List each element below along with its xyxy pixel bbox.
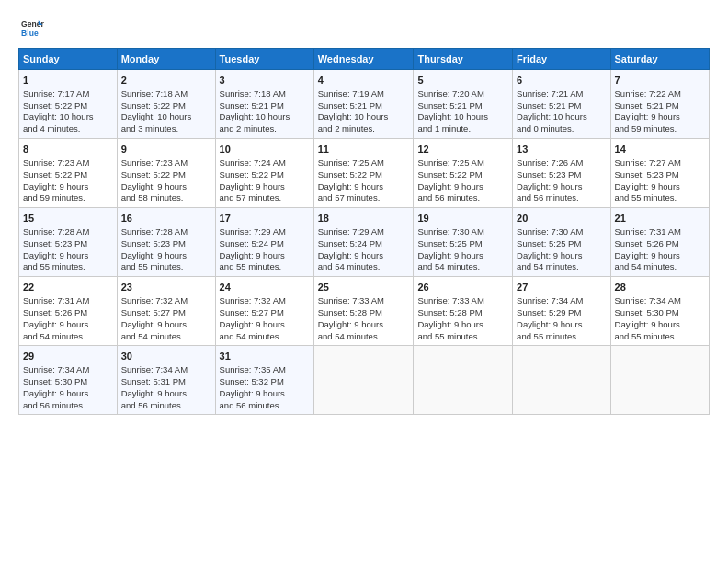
day-number: 20 <box>517 212 606 225</box>
day-number: 27 <box>517 281 606 294</box>
day-number: 9 <box>121 143 211 156</box>
day-number: 6 <box>517 74 606 87</box>
calendar-cell: 23Sunrise: 7:32 AMSunset: 5:27 PMDayligh… <box>117 277 215 346</box>
day-info: Sunrise: 7:25 AMSunset: 5:22 PMDaylight:… <box>318 157 410 204</box>
calendar-cell: 10Sunrise: 7:24 AMSunset: 5:22 PMDayligh… <box>215 139 313 208</box>
day-info: Sunrise: 7:29 AMSunset: 5:24 PMDaylight:… <box>220 226 310 273</box>
day-info: Sunrise: 7:30 AMSunset: 5:25 PMDaylight:… <box>517 226 606 273</box>
calendar-cell: 13Sunrise: 7:26 AMSunset: 5:23 PMDayligh… <box>513 139 610 208</box>
day-number: 2 <box>121 74 211 87</box>
calendar-cell: 7Sunrise: 7:22 AMSunset: 5:21 PMDaylight… <box>610 70 709 139</box>
day-number: 11 <box>318 143 410 156</box>
calendar-cell: 31Sunrise: 7:35 AMSunset: 5:32 PMDayligh… <box>215 346 313 415</box>
calendar-cell <box>513 346 610 415</box>
day-info: Sunrise: 7:33 AMSunset: 5:28 PMDaylight:… <box>417 295 508 342</box>
calendar-cell: 3Sunrise: 7:18 AMSunset: 5:21 PMDaylight… <box>215 70 313 139</box>
weekday-header: Wednesday <box>313 49 414 70</box>
calendar-cell: 8Sunrise: 7:23 AMSunset: 5:22 PMDaylight… <box>19 139 118 208</box>
day-number: 25 <box>318 281 410 294</box>
svg-text:Blue: Blue <box>21 29 39 38</box>
day-number: 18 <box>318 212 410 225</box>
day-info: Sunrise: 7:28 AMSunset: 5:23 PMDaylight:… <box>121 226 211 273</box>
day-info: Sunrise: 7:31 AMSunset: 5:26 PMDaylight:… <box>23 295 113 342</box>
day-number: 10 <box>220 143 310 156</box>
calendar-header: SundayMondayTuesdayWednesdayThursdayFrid… <box>19 49 710 70</box>
calendar-cell: 11Sunrise: 7:25 AMSunset: 5:22 PMDayligh… <box>313 139 414 208</box>
day-info: Sunrise: 7:28 AMSunset: 5:23 PMDaylight:… <box>23 226 113 273</box>
calendar-cell: 12Sunrise: 7:25 AMSunset: 5:22 PMDayligh… <box>414 139 513 208</box>
calendar-cell: 16Sunrise: 7:28 AMSunset: 5:23 PMDayligh… <box>117 208 215 277</box>
page-header: General Blue <box>18 15 710 40</box>
day-number: 22 <box>23 281 113 294</box>
calendar-cell: 6Sunrise: 7:21 AMSunset: 5:21 PMDaylight… <box>513 70 610 139</box>
day-info: Sunrise: 7:34 AMSunset: 5:30 PMDaylight:… <box>615 295 705 342</box>
day-number: 30 <box>121 350 211 363</box>
calendar-cell <box>313 346 414 415</box>
day-number: 31 <box>220 350 310 363</box>
day-number: 14 <box>615 143 705 156</box>
calendar-cell: 17Sunrise: 7:29 AMSunset: 5:24 PMDayligh… <box>215 208 313 277</box>
calendar-cell: 1Sunrise: 7:17 AMSunset: 5:22 PMDaylight… <box>19 70 118 139</box>
day-info: Sunrise: 7:31 AMSunset: 5:26 PMDaylight:… <box>615 226 705 273</box>
calendar-cell: 15Sunrise: 7:28 AMSunset: 5:23 PMDayligh… <box>19 208 118 277</box>
day-number: 5 <box>417 74 508 87</box>
day-info: Sunrise: 7:18 AMSunset: 5:22 PMDaylight:… <box>121 88 211 135</box>
day-number: 16 <box>121 212 211 225</box>
day-number: 28 <box>615 281 705 294</box>
day-number: 3 <box>220 74 310 87</box>
weekday-header: Monday <box>117 49 215 70</box>
day-info: Sunrise: 7:30 AMSunset: 5:25 PMDaylight:… <box>417 226 508 273</box>
calendar-cell: 18Sunrise: 7:29 AMSunset: 5:24 PMDayligh… <box>313 208 414 277</box>
day-info: Sunrise: 7:34 AMSunset: 5:30 PMDaylight:… <box>23 364 113 411</box>
weekday-header: Saturday <box>610 49 709 70</box>
calendar-cell: 26Sunrise: 7:33 AMSunset: 5:28 PMDayligh… <box>414 277 513 346</box>
calendar-cell: 20Sunrise: 7:30 AMSunset: 5:25 PMDayligh… <box>513 208 610 277</box>
day-number: 26 <box>417 281 508 294</box>
calendar-body: 1Sunrise: 7:17 AMSunset: 5:22 PMDaylight… <box>19 70 710 415</box>
calendar-cell <box>414 346 513 415</box>
day-number: 19 <box>417 212 508 225</box>
calendar-cell: 29Sunrise: 7:34 AMSunset: 5:30 PMDayligh… <box>19 346 118 415</box>
calendar-cell: 19Sunrise: 7:30 AMSunset: 5:25 PMDayligh… <box>414 208 513 277</box>
calendar-cell: 5Sunrise: 7:20 AMSunset: 5:21 PMDaylight… <box>414 70 513 139</box>
day-number: 8 <box>23 143 113 156</box>
day-number: 13 <box>517 143 606 156</box>
day-number: 15 <box>23 212 113 225</box>
day-info: Sunrise: 7:23 AMSunset: 5:22 PMDaylight:… <box>121 157 211 204</box>
day-info: Sunrise: 7:27 AMSunset: 5:23 PMDaylight:… <box>615 157 705 204</box>
weekday-header: Tuesday <box>215 49 313 70</box>
day-info: Sunrise: 7:23 AMSunset: 5:22 PMDaylight:… <box>23 157 113 204</box>
calendar-cell: 27Sunrise: 7:34 AMSunset: 5:29 PMDayligh… <box>513 277 610 346</box>
day-info: Sunrise: 7:32 AMSunset: 5:27 PMDaylight:… <box>220 295 310 342</box>
calendar-cell: 28Sunrise: 7:34 AMSunset: 5:30 PMDayligh… <box>610 277 709 346</box>
weekday-header: Sunday <box>19 49 118 70</box>
day-info: Sunrise: 7:34 AMSunset: 5:31 PMDaylight:… <box>121 364 211 411</box>
day-info: Sunrise: 7:26 AMSunset: 5:23 PMDaylight:… <box>517 157 606 204</box>
day-number: 23 <box>121 281 211 294</box>
day-info: Sunrise: 7:32 AMSunset: 5:27 PMDaylight:… <box>121 295 211 342</box>
day-number: 7 <box>615 74 705 87</box>
calendar-cell: 4Sunrise: 7:19 AMSunset: 5:21 PMDaylight… <box>313 70 414 139</box>
day-number: 21 <box>615 212 705 225</box>
day-info: Sunrise: 7:20 AMSunset: 5:21 PMDaylight:… <box>417 88 508 135</box>
weekday-header: Friday <box>513 49 610 70</box>
day-number: 24 <box>220 281 310 294</box>
day-info: Sunrise: 7:24 AMSunset: 5:22 PMDaylight:… <box>220 157 310 204</box>
day-info: Sunrise: 7:25 AMSunset: 5:22 PMDaylight:… <box>417 157 508 204</box>
day-info: Sunrise: 7:19 AMSunset: 5:21 PMDaylight:… <box>318 88 410 135</box>
calendar-cell: 2Sunrise: 7:18 AMSunset: 5:22 PMDaylight… <box>117 70 215 139</box>
day-number: 12 <box>417 143 508 156</box>
calendar-cell: 30Sunrise: 7:34 AMSunset: 5:31 PMDayligh… <box>117 346 215 415</box>
calendar-page: General Blue SundayMondayTuesdayWednesda… <box>0 0 728 563</box>
day-info: Sunrise: 7:22 AMSunset: 5:21 PMDaylight:… <box>615 88 705 135</box>
day-number: 1 <box>23 74 113 87</box>
weekday-header: Thursday <box>414 49 513 70</box>
day-info: Sunrise: 7:18 AMSunset: 5:21 PMDaylight:… <box>220 88 310 135</box>
day-number: 4 <box>318 74 410 87</box>
day-info: Sunrise: 7:35 AMSunset: 5:32 PMDaylight:… <box>220 364 310 411</box>
logo: General Blue <box>18 15 48 40</box>
calendar-cell: 22Sunrise: 7:31 AMSunset: 5:26 PMDayligh… <box>19 277 118 346</box>
day-info: Sunrise: 7:29 AMSunset: 5:24 PMDaylight:… <box>318 226 410 273</box>
calendar-cell: 25Sunrise: 7:33 AMSunset: 5:28 PMDayligh… <box>313 277 414 346</box>
calendar-table: SundayMondayTuesdayWednesdayThursdayFrid… <box>18 48 710 415</box>
